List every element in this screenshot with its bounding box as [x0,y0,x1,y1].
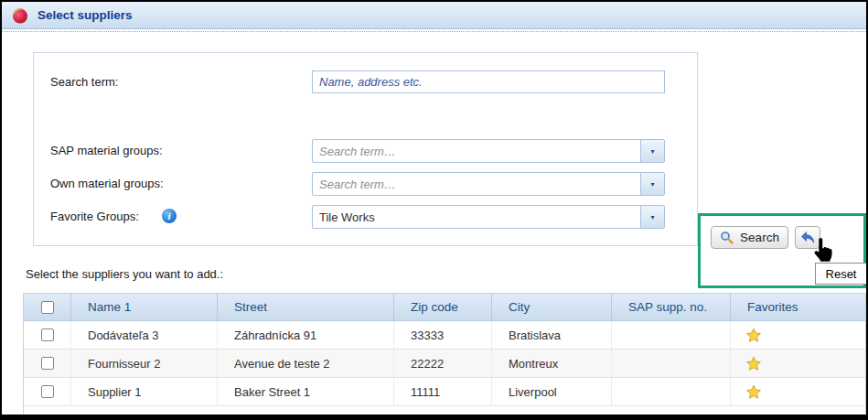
table-caption: Select the suppliers you want to add.: [26,267,223,281]
favorite-groups-combo: ▾ [312,205,665,229]
favorite-star-icon[interactable] [745,328,762,343]
dialog-titlebar: Select suppliers [2,2,866,29]
chevron-down-icon: ▾ [650,147,654,156]
own-material-groups-combo: ▾ [312,172,665,196]
app-logo-icon [10,5,29,25]
chevron-down-icon: ▾ [650,213,654,221]
search-term-label: Search term: [50,75,118,89]
select-suppliers-dialog: Select suppliers Search term: SAP materi… [0,0,868,420]
cell-sap-no [612,378,731,405]
cell-street: Baker Street 1 [218,378,394,405]
favorite-star-icon[interactable] [745,356,762,372]
cell-street: Záhradnícka 91 [218,321,394,349]
own-material-groups-label: Own material groups: [50,177,164,190]
favorite-groups-label: Favorite Groups: [50,210,139,223]
cell-zip: 11111 [394,378,492,405]
info-icon[interactable]: i [162,209,177,223]
header-divider [2,31,866,32]
reset-tooltip-text: Reset [826,267,857,281]
column-header-street[interactable]: Street [218,294,394,320]
favorite-star-icon[interactable] [745,384,762,400]
search-button-label: Search [740,231,779,244]
column-header-sap-no[interactable]: SAP supp. no. [612,294,731,320]
cell-name: Fournisseur 2 [71,350,218,377]
table-row[interactable]: Fournisseur 2 Avenue de teste 2 22222 Mo… [24,350,865,378]
column-header-city[interactable]: City [492,294,612,320]
own-material-groups-dropdown-button[interactable]: ▾ [640,173,664,195]
cell-city: Liverpool [492,378,612,405]
own-material-groups-input[interactable] [313,173,640,195]
cell-zip: 22222 [394,350,492,377]
column-header-favorites[interactable]: Favorites [731,294,865,320]
sap-material-groups-label: SAP material groups: [50,144,163,157]
cell-city: Bratislava [492,321,612,349]
favorite-groups-input[interactable] [313,206,640,228]
cell-name: Supplier 1 [71,378,218,405]
hand-cursor-icon [810,236,838,265]
table-row[interactable]: Dodávateľa 3 Záhradnícka 91 33333 Bratis… [24,321,865,350]
chevron-down-icon: ▾ [650,180,654,188]
search-button[interactable]: Search [711,226,788,249]
cell-name: Dodávateľa 3 [71,321,218,349]
table-header-row: Name 1 Street Zip code City SAP supp. no… [24,294,865,321]
info-glyph: i [167,210,170,221]
cell-street: Avenue de teste 2 [218,350,394,377]
cell-zip: 33333 [394,321,492,349]
favorite-groups-dropdown-button[interactable]: ▾ [640,206,664,228]
row-checkbox[interactable] [41,357,54,370]
sap-material-groups-dropdown-button[interactable]: ▾ [640,140,664,162]
row-checkbox[interactable] [41,385,54,398]
cell-sap-no [612,321,731,349]
cell-city: Montreux [492,350,612,377]
select-all-checkbox[interactable] [41,301,54,314]
suppliers-table: Name 1 Street Zip code City SAP supp. no… [23,293,866,415]
sap-material-groups-input[interactable] [313,140,640,162]
table-row[interactable]: Supplier 1 Baker Street 1 11111 Liverpoo… [24,378,865,406]
highlight-annotation-box: Search Reset [698,213,866,288]
column-header-name[interactable]: Name 1 [71,294,218,320]
sap-material-groups-combo: ▾ [312,139,665,163]
search-term-input[interactable] [312,70,665,93]
cell-sap-no [612,350,731,377]
column-header-zip[interactable]: Zip code [394,294,492,320]
row-checkbox[interactable] [41,328,54,341]
dialog-title: Select suppliers [38,8,133,22]
reset-tooltip: Reset [815,263,867,285]
search-icon [720,231,734,245]
